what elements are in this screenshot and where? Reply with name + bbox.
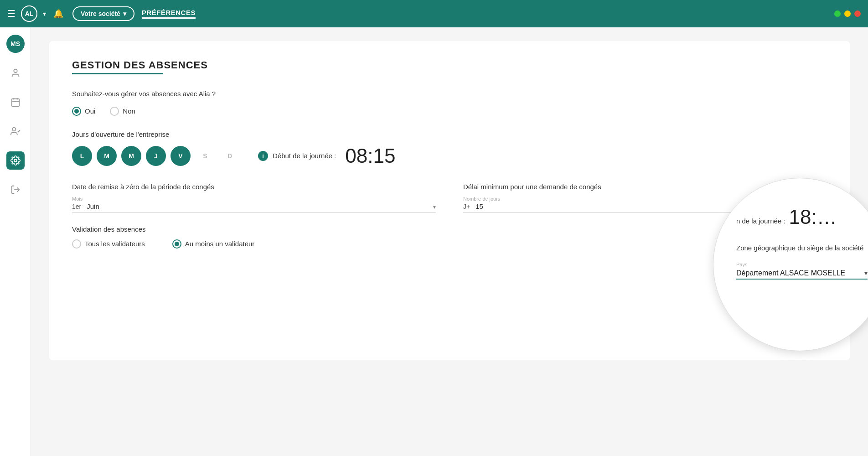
reset-date-prefix: 1er [72, 203, 81, 210]
logo-chevron[interactable]: ▾ [43, 10, 46, 17]
geo-title: Zone géographique du siège de la société [736, 243, 863, 253]
debut-journee-section: i Début de la journée : 08:15 [258, 145, 395, 167]
debut-journee-label: Début de la journée : [273, 152, 336, 160]
red-dot [854, 10, 861, 17]
company-button[interactable]: Votre société ▾ [72, 6, 134, 21]
radio-un-inner [175, 242, 179, 246]
days-row: L M M J V S D [72, 146, 240, 166]
sidebar-item-employees[interactable] [6, 122, 25, 140]
menu-icon[interactable]: ☰ [7, 8, 16, 19]
day-lundi[interactable]: L [72, 146, 92, 166]
days-label: Jours d'ouverture de l'entreprise [72, 130, 827, 138]
radio-oui-label: Oui [85, 107, 95, 115]
day-dimanche[interactable]: D [220, 146, 240, 166]
radio-tous-validateurs[interactable]: Tous les validateurs [72, 239, 145, 249]
day-mercredi[interactable]: M [121, 146, 141, 166]
form-row-dates: Date de remise à zéro de la période de c… [72, 182, 827, 212]
radio-oui-outer [72, 107, 81, 116]
radio-non-label: Non [123, 107, 135, 115]
content-card: GESTION DES ABSENCES Souhaitez-vous gére… [49, 41, 850, 360]
radio-au-moins-un[interactable]: Au moins un validateur [172, 239, 255, 249]
validation-radio-group: Tous les validateurs Au moins un validat… [72, 239, 827, 249]
svg-point-5 [12, 128, 16, 131]
question-label: Souhaitez-vous gérer vos absences avec A… [72, 89, 827, 99]
radio-tous-label: Tous les validateurs [85, 240, 145, 248]
preferences-link[interactable]: PRÉFÉRENCES [142, 9, 196, 19]
pays-label: Pays [736, 262, 747, 267]
page-title: GESTION DES ABSENCES [72, 59, 827, 71]
sidebar-item-settings[interactable] [6, 151, 25, 170]
notification-bell-icon[interactable]: 🔔 [53, 9, 63, 19]
fin-journee-label: n de la journée : [736, 217, 785, 225]
manage-absences-radio-group: Oui Non [72, 107, 827, 116]
radio-oui[interactable]: Oui [72, 107, 95, 116]
logo-badge: AL [21, 5, 37, 22]
pays-select[interactable]: Département ALSACE MOSELLE France métrop… [736, 269, 861, 277]
days-time-row: L M M J V S D i Début de la journée : 08… [72, 145, 827, 167]
yellow-dot [844, 10, 851, 17]
radio-un-outer [172, 239, 181, 249]
radio-non-outer [110, 107, 119, 116]
pays-select-wrapper: Département ALSACE MOSELLE France métrop… [736, 269, 868, 280]
reset-date-col: Date de remise à zéro de la période de c… [72, 182, 436, 212]
j-plus-prefix: J+ [463, 203, 470, 210]
topbar: ☰ AL ▾ 🔔 Votre société ▾ PRÉFÉRENCES [0, 0, 868, 27]
radio-tous-outer [72, 239, 81, 249]
pays-chevron-icon: ▾ [864, 269, 868, 277]
reset-date-field: 1er Juin Janvier Février Mars Avril Mai … [72, 202, 436, 212]
day-samedi[interactable]: S [195, 146, 215, 166]
main-content: GESTION DES ABSENCES Souhaitez-vous gére… [31, 27, 868, 456]
svg-point-0 [14, 69, 17, 73]
mois-chevron-icon: ▾ [433, 204, 436, 210]
traffic-lights [834, 10, 861, 17]
day-mardi1[interactable]: M [97, 146, 117, 166]
sidebar-item-users[interactable] [6, 64, 25, 82]
mois-field-label: Mois [72, 196, 436, 202]
day-jeudi[interactable]: J [146, 146, 166, 166]
green-dot [834, 10, 841, 17]
avatar: MS [6, 35, 25, 53]
info-icon: i [258, 151, 268, 161]
mois-select[interactable]: Juin Janvier Février Mars Avril Mai Juil… [87, 202, 129, 210]
sidebar-item-calendar[interactable] [6, 93, 25, 111]
sidebar-item-logout[interactable] [6, 181, 25, 199]
day-vendredi[interactable]: V [170, 146, 191, 166]
debut-journee-value[interactable]: 08:15 [345, 145, 395, 167]
reset-date-label: Date de remise à zéro de la période de c… [72, 182, 436, 192]
title-underline [72, 73, 163, 74]
sidebar: MS [0, 27, 31, 456]
svg-rect-1 [11, 99, 19, 107]
svg-point-6 [14, 159, 17, 162]
validation-label: Validation des absences [72, 225, 827, 233]
radio-un-label: Au moins un validateur [185, 240, 255, 248]
radio-non[interactable]: Non [110, 107, 135, 116]
nb-jours-input[interactable] [475, 202, 503, 210]
main-layout: MS [0, 27, 868, 456]
fin-journee-value[interactable]: 18:… [789, 206, 837, 228]
radio-oui-inner [74, 109, 79, 114]
